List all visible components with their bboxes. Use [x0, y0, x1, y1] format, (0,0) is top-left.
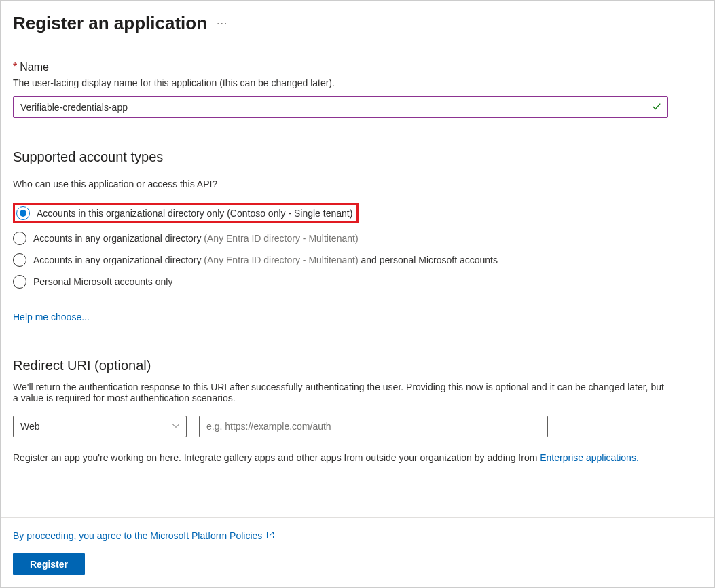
platform-select[interactable]: Web — [13, 416, 187, 437]
check-icon — [652, 102, 661, 113]
register-button[interactable]: Register — [13, 553, 85, 575]
account-types-sub: Who can use this application or access t… — [13, 179, 702, 189]
enterprise-applications-link[interactable]: Enterprise applications. — [540, 452, 639, 463]
name-input[interactable] — [13, 96, 668, 118]
name-description: The user-facing display name for this ap… — [13, 77, 702, 88]
highlighted-option-box: Accounts in this organizational director… — [13, 203, 359, 223]
account-types-heading: Supported account types — [13, 149, 702, 165]
platform-policies-link[interactable]: By proceeding, you agree to the Microsof… — [13, 530, 702, 541]
radio-label-multitenant-personal[interactable]: Accounts in any organizational directory… — [33, 255, 498, 265]
account-types-radio-group: Accounts in this organizational director… — [13, 199, 702, 293]
radio-single-tenant[interactable] — [16, 206, 30, 220]
platform-select-value: Web — [20, 421, 40, 432]
radio-multitenant[interactable] — [13, 232, 26, 245]
radio-label-multitenant[interactable]: Accounts in any organizational directory… — [33, 233, 359, 244]
chevron-down-icon — [172, 421, 180, 432]
enterprise-apps-info: Register an app you're working on here. … — [13, 452, 702, 463]
external-link-icon — [266, 530, 274, 541]
redirect-uri-input[interactable] — [199, 416, 548, 437]
required-star-icon: * — [13, 61, 17, 73]
more-actions-icon[interactable]: ··· — [217, 18, 227, 30]
radio-personal-only[interactable] — [13, 275, 26, 289]
page-title: Register an application — [13, 13, 207, 34]
divider — [1, 517, 714, 518]
radio-multitenant-personal[interactable] — [13, 253, 26, 267]
redirect-description: We'll return the authentication response… — [13, 382, 665, 403]
name-label: *Name — [13, 61, 702, 73]
radio-label-single-tenant[interactable]: Accounts in this organizational director… — [37, 208, 352, 219]
help-me-choose-link[interactable]: Help me choose... — [13, 312, 702, 323]
radio-label-personal-only[interactable]: Personal Microsoft accounts only — [33, 276, 172, 287]
redirect-heading: Redirect URI (optional) — [13, 358, 702, 373]
